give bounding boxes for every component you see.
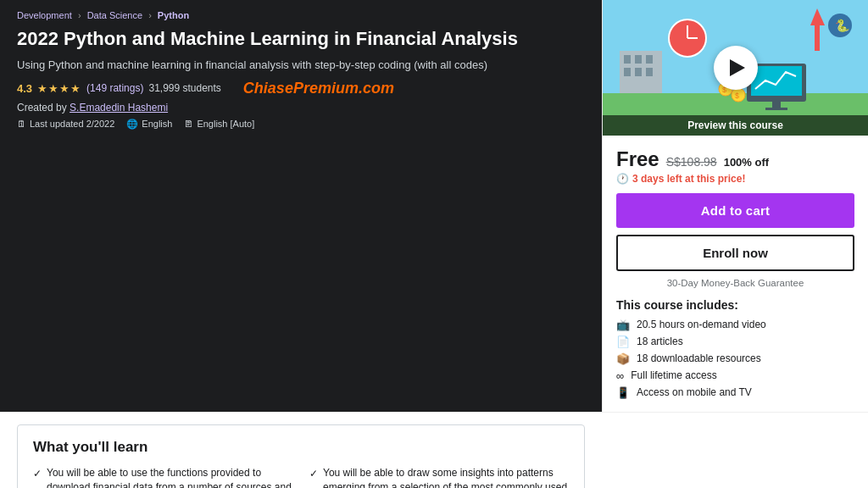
breadcrumb-datascience[interactable]: Data Science [87,10,142,20]
globe-icon: 🌐 [126,119,138,130]
students-count: 31,999 students [148,82,220,94]
money-back-label: 30-Day Money-Back Guarantee [616,278,854,288]
learn-item: ✓ You will be able to draw some insights… [309,466,569,488]
course-title: 2022 Python and Machine Learning in Fina… [17,27,585,51]
svg-rect-10 [751,66,802,96]
svg-rect-17 [815,25,820,51]
timer-icon: 🕐 [616,173,629,185]
captions-meta: 🖹 English [Auto] [184,119,254,129]
course-subtitle: Using Python and machine learning in fin… [17,58,585,73]
list-item: ∞ Full lifetime access [616,369,854,382]
list-item: 📦 18 downloadable resources [616,352,854,365]
cc-icon: 🖹 [184,119,193,129]
language-meta: 🌐 English [126,119,172,130]
includes-list: 📺 20.5 hours on-demand video 📄 18 articl… [616,319,854,399]
includes-title: This course includes: [616,298,854,312]
svg-text:🐍: 🐍 [835,19,850,33]
learn-item: ✓ You will be able to use the functions … [33,466,292,488]
check-icon: ✓ [309,467,318,481]
calendar-icon: 🗓 [17,119,26,129]
svg-rect-11 [772,102,781,108]
svg-rect-7 [635,68,642,76]
breadcrumb-development[interactable]: Development [17,10,72,20]
watermark: ChiasePremium.com [243,80,394,97]
svg-rect-4 [635,55,642,64]
lifetime-icon: ∞ [616,369,624,382]
play-button[interactable] [714,46,758,90]
svg-rect-3 [624,55,631,64]
check-icon: ✓ [33,467,42,481]
instructor-link[interactable]: S.Emadedin Hashemi [70,102,168,114]
last-updated-meta: 🗓 Last updated 2/2022 [17,119,114,129]
list-item: 📱 Access on mobile and TV [616,386,854,399]
svg-rect-6 [624,68,631,76]
timer-text: 3 days left at this price! [632,173,745,185]
list-item: 📺 20.5 hours on-demand video [616,319,854,331]
preview-label: Preview this course [603,115,868,136]
what-learn-section: What you'll learn ✓ You will be able to … [0,413,602,488]
discount-badge: 100% off [724,156,769,169]
add-to-cart-button[interactable]: Add to cart [616,193,854,228]
stars: ★★★★ [37,82,81,95]
rating-count: (149 ratings) [86,82,143,94]
enroll-now-button[interactable]: Enroll now [616,235,854,271]
download-icon: 📦 [616,352,630,365]
free-price: Free [616,147,659,171]
svg-rect-8 [646,68,653,76]
breadcrumb-python[interactable]: Python [158,10,189,20]
svg-text:$: $ [735,92,739,100]
svg-rect-12 [765,108,787,110]
svg-rect-5 [646,55,653,64]
video-icon: 📺 [616,319,630,331]
what-learn-title: What you'll learn [33,439,569,456]
list-item: 📄 18 articles [616,336,854,348]
rating-number: 4.3 [17,82,32,95]
original-price: S$108.98 [666,155,717,169]
articles-icon: 📄 [616,336,630,348]
course-preview[interactable]: 🐍 $ $ Preview this course [603,0,868,136]
mobile-icon: 📱 [616,386,630,399]
timer-row: 🕐 3 days left at this price! [616,173,854,185]
breadcrumb: Development › Data Science › Python [17,10,585,20]
instructor-row: Created by S.Emadedin Hashemi [17,102,585,114]
right-col-bottom [602,413,868,488]
